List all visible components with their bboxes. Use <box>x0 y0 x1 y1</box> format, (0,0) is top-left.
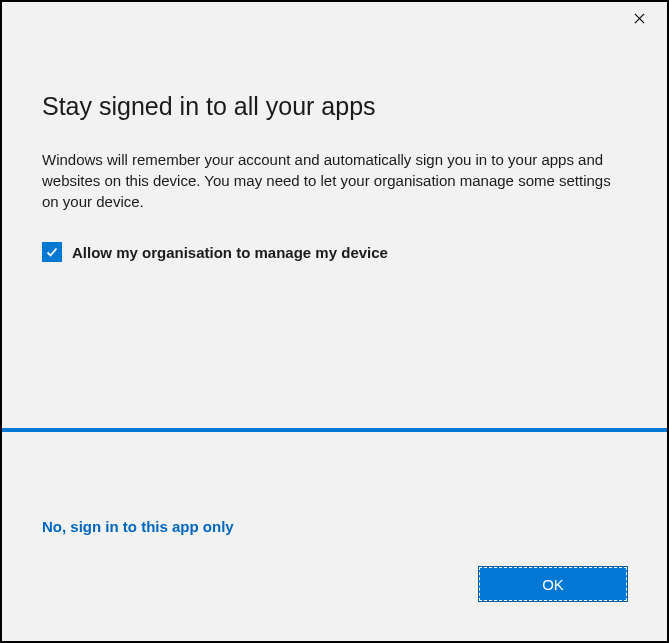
sign-in-app-only-link[interactable]: No, sign in to this app only <box>42 518 234 535</box>
dialog-title: Stay signed in to all your apps <box>42 92 627 121</box>
titlebar <box>2 2 667 34</box>
allow-manage-checkbox[interactable] <box>42 242 62 262</box>
allow-manage-label[interactable]: Allow my organisation to manage my devic… <box>72 244 388 261</box>
checkmark-icon <box>45 245 59 259</box>
dialog-window: Stay signed in to all your apps Windows … <box>0 0 669 643</box>
close-icon <box>634 13 645 24</box>
close-button[interactable] <box>625 4 653 32</box>
dialog-footer: No, sign in to this app only OK <box>2 428 667 641</box>
dialog-description: Windows will remember your account and a… <box>42 149 627 212</box>
dialog-content: Stay signed in to all your apps Windows … <box>2 34 667 428</box>
ok-button[interactable]: OK <box>479 567 627 601</box>
button-row: OK <box>42 567 627 601</box>
checkbox-row: Allow my organisation to manage my devic… <box>42 242 627 262</box>
